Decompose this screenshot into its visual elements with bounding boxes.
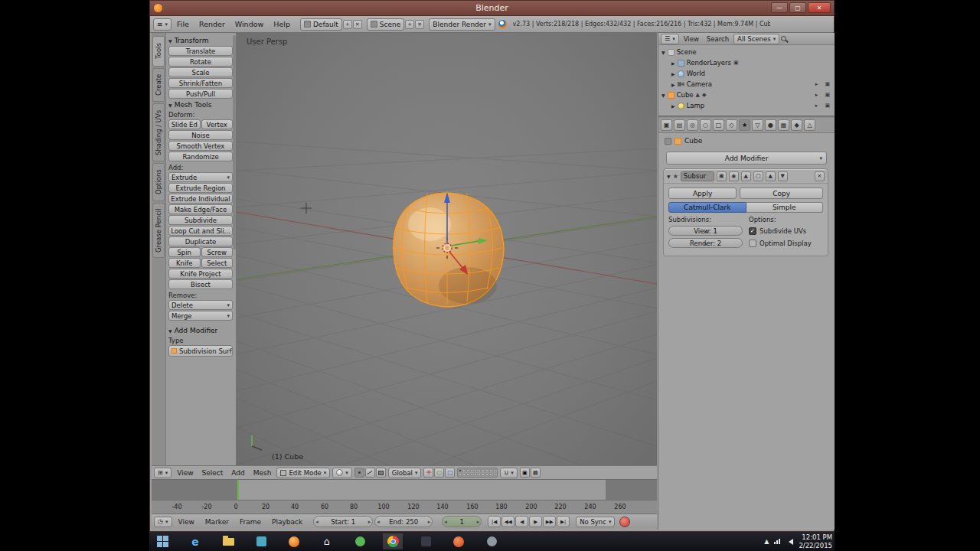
tab-data-icon[interactable]: ▽	[752, 119, 763, 131]
tab-constraints-icon[interactable]: ◇	[726, 119, 737, 131]
expand-icon[interactable]: ▶	[671, 82, 675, 87]
restrict-select-icon[interactable]: ▸	[815, 81, 818, 87]
close-button[interactable]: ✕	[808, 2, 831, 13]
remove-scene-button[interactable]: ✕	[415, 20, 424, 29]
move-up-icon[interactable]: ▲	[766, 171, 776, 181]
menu-file[interactable]: File	[172, 16, 194, 32]
taskbar-app-green[interactable]	[350, 533, 370, 549]
menu-window[interactable]: Window	[230, 16, 268, 32]
menu-render[interactable]: Render	[194, 16, 230, 32]
face-select-button[interactable]	[376, 468, 386, 478]
prev-keyframe-button[interactable]: ◀◀	[501, 516, 514, 527]
tab-modifiers-icon[interactable]: ★	[739, 119, 750, 131]
outliner-row-scene[interactable]: ▼ Scene	[662, 47, 835, 57]
tray-expand-icon[interactable]: ▲	[764, 538, 769, 545]
catmull-clark-button[interactable]: Catmull-Clark	[668, 202, 746, 213]
bisect-button[interactable]: Bisect	[168, 279, 233, 289]
outliner-row-lamp[interactable]: ▶ Lamp ▸▣	[662, 100, 835, 111]
translate-manipulator-button[interactable]: ✛	[423, 468, 433, 478]
modifier-panel-header[interactable]: ▼ ★ Subsur ▣ ◉ ▲ □ ▲ ▼ ✕	[664, 169, 828, 184]
jump-to-end-button[interactable]: ▶|	[557, 516, 570, 527]
renderlayer-toggle-icon[interactable]: ▣	[733, 60, 739, 66]
editmode-visibility-icon[interactable]: ▲	[741, 171, 751, 181]
tab-physics-icon[interactable]: △	[804, 119, 815, 131]
end-frame-field[interactable]: ◂End: 250▸	[374, 516, 433, 527]
add-modifier-dropdown[interactable]: Add Modifier ▾	[666, 152, 827, 165]
tab-grease-pencil[interactable]: Grease Pencil	[152, 203, 165, 258]
tab-create[interactable]: Create	[152, 68, 165, 102]
knife-button[interactable]: Knife	[168, 258, 201, 268]
tab-texture-icon[interactable]: ▦	[778, 119, 789, 131]
restrict-select-icon[interactable]: ▸	[815, 103, 818, 109]
push-pull-button[interactable]: Push/Pull	[168, 89, 233, 99]
spin-button[interactable]: Spin	[168, 247, 201, 257]
timeline-ruler[interactable]: -40 -20 0 20 40 60 80 100 120 140 160 18…	[152, 500, 657, 514]
outliner-row-renderlayers[interactable]: ▶ RenderLayers ▣	[662, 57, 835, 68]
expand-icon[interactable]: ▼	[662, 50, 665, 55]
rotate-button[interactable]: Rotate	[168, 57, 233, 67]
randomize-button[interactable]: Randomize	[168, 152, 233, 161]
menu-tl-marker[interactable]: Marker	[201, 514, 234, 529]
decrement-icon[interactable]: ◂	[444, 519, 447, 525]
restrict-render-icon[interactable]: ▣	[825, 92, 830, 98]
move-down-icon[interactable]: ▼	[778, 171, 788, 181]
current-frame-indicator[interactable]	[237, 480, 239, 500]
outliner-row-cube[interactable]: ▼ Cube ▲ ◆ ▸▣	[662, 90, 835, 100]
taskbar-internet-explorer[interactable]: e	[185, 533, 205, 549]
delete-button[interactable]: Delete▾	[168, 300, 233, 310]
view-subdivisions-field[interactable]: ◂View: 1▸	[668, 226, 743, 236]
knife-select-button[interactable]: Select	[201, 258, 234, 268]
screw-button[interactable]: Screw	[201, 247, 234, 257]
tab-material-icon[interactable]: ●	[765, 119, 776, 131]
transform-orientation-selector[interactable]: Global▾	[388, 468, 422, 478]
increment-icon[interactable]: ▸	[428, 519, 431, 525]
render-subdivisions-field[interactable]: ◂Render: 2▸	[668, 238, 743, 248]
menu-outliner-view[interactable]: View	[681, 33, 702, 44]
subdivide-uvs-checkbox[interactable]: ✓	[749, 227, 756, 235]
tab-render-icon[interactable]: ▣	[661, 119, 672, 131]
properties-editor-icon[interactable]	[665, 138, 671, 145]
decrement-icon[interactable]: ◂	[315, 519, 318, 525]
outliner-row-camera[interactable]: ▶ Camera ▸▣	[662, 79, 835, 90]
minimize-button[interactable]: —	[771, 2, 788, 13]
mesh-tools-panel-header[interactable]: ▼Mesh Tools	[168, 101, 233, 109]
slide-vertex-button[interactable]: Vertex	[201, 119, 234, 129]
next-keyframe-button[interactable]: ▶▶	[543, 516, 556, 527]
maximize-button[interactable]: ▢	[789, 2, 806, 13]
subdivide-button[interactable]: Subdivide	[168, 215, 233, 225]
tab-tools[interactable]: Tools	[152, 36, 165, 67]
slide-edge-button[interactable]: Slide Ed	[168, 119, 201, 129]
increment-icon[interactable]: ▸	[477, 519, 480, 525]
optimal-display-checkbox[interactable]	[749, 240, 756, 247]
layers-widget[interactable]	[457, 468, 498, 478]
restrict-render-icon[interactable]: ▣	[825, 103, 830, 109]
auto-keyframe-record-button[interactable]	[619, 517, 630, 527]
expand-icon[interactable]: ▶	[671, 60, 675, 66]
taskbar-app-teal[interactable]	[251, 533, 271, 549]
render-still-button[interactable]: ▣	[520, 468, 530, 478]
modifier-type-dropdown[interactable]: Subdivision Surface ▾	[168, 345, 233, 357]
editor-type-button[interactable]: ≡▾	[153, 18, 172, 31]
taskbar-chrome[interactable]	[383, 533, 403, 549]
scene-selector[interactable]: Scene	[367, 18, 404, 31]
extrude-button[interactable]: Extrude▾	[168, 172, 233, 182]
screen-layout-selector[interactable]: Default	[300, 18, 342, 31]
viewport-editor-type-button[interactable]: ⊞▾	[154, 468, 172, 478]
vertex-select-button[interactable]	[354, 468, 364, 478]
mode-selector[interactable]: Edit Mode▾	[276, 468, 330, 478]
increment-icon[interactable]: ▸	[368, 519, 371, 525]
jump-to-start-button[interactable]: |◀	[488, 516, 501, 527]
extrude-individual-button[interactable]: Extrude Individual	[168, 194, 233, 204]
expand-icon[interactable]: ▶	[671, 71, 675, 77]
apply-button[interactable]: Apply	[668, 187, 737, 199]
copy-button[interactable]: Copy	[740, 187, 823, 199]
window-titlebar[interactable]: Blender — ▢ ✕	[150, 1, 834, 16]
smooth-vertex-button[interactable]: Smooth Vertex	[168, 141, 233, 151]
increment-icon[interactable]: ▸	[704, 229, 707, 234]
timeline-editor-type-button[interactable]: ◷▾	[154, 517, 172, 527]
menu-select[interactable]: Select	[199, 466, 227, 479]
loop-cut-button[interactable]: Loop Cut and Sli...	[168, 226, 233, 236]
noise-button[interactable]: Noise	[168, 130, 233, 140]
duplicate-button[interactable]: Duplicate	[168, 236, 233, 246]
transform-panel-header[interactable]: ▼Transform	[168, 37, 233, 44]
